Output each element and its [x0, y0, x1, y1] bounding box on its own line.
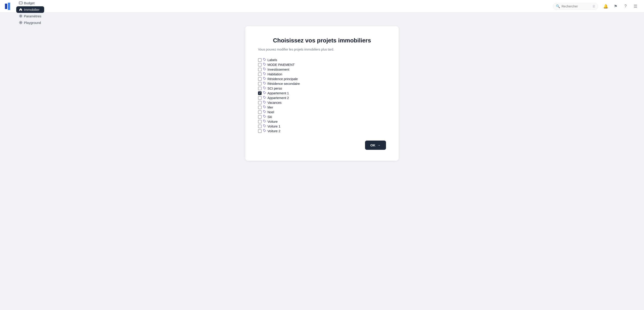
budget-icon — [19, 1, 22, 5]
nav-item-budget[interactable]: Budget — [16, 0, 44, 6]
card-footer: OK → — [258, 140, 386, 150]
svg-point-26 — [264, 125, 264, 125]
tree-item-label-investissement: Investissement — [268, 68, 289, 71]
tree-item-label-habitation: Habitation — [268, 72, 282, 76]
list-item: Labels — [258, 58, 386, 62]
checkbox-sci_perso[interactable] — [258, 87, 262, 90]
tree-item-label-voiture_1: Voiture 1 — [268, 124, 280, 128]
checkbox-appartement_2[interactable] — [258, 96, 262, 100]
list-item: Mer — [258, 105, 386, 110]
tag-icon-residence_principale — [263, 77, 266, 81]
svg-point-22 — [264, 106, 264, 106]
help-button[interactable]: ? — [622, 2, 630, 10]
tree-row-appartement_2[interactable]: Appartement 2 — [258, 96, 386, 100]
tree-row-labels[interactable]: Labels — [258, 58, 386, 62]
tag-icon-labels — [263, 58, 266, 62]
tree-row-ski[interactable]: Ski — [258, 115, 386, 119]
tree-row-residence_principale[interactable]: Résidence principale — [258, 77, 386, 81]
checkbox-residence_secondaire[interactable] — [258, 82, 262, 85]
card-subtitle: Vous pouvez modifier les projets immobil… — [258, 48, 386, 51]
tag-icon-appartement_2 — [263, 96, 266, 100]
checkbox-habitation[interactable] — [258, 72, 262, 76]
tree-row-voiture_1[interactable]: Voiture 1 — [258, 124, 386, 128]
search-icon: 🔍 — [556, 4, 560, 8]
ok-label: OK — [370, 143, 376, 147]
tag-icon-ski — [263, 115, 266, 119]
tree-row-vacances[interactable]: Vacances — [258, 101, 386, 104]
notifications-button[interactable]: 🔔 — [602, 2, 610, 10]
main-content: Choisissez vos projets immobiliers Vous … — [0, 13, 644, 174]
tree-row-voiture[interactable]: Voiture — [258, 120, 386, 123]
search-slash-badge: / — [592, 5, 595, 8]
nav-item-playground[interactable]: Playground — [16, 19, 44, 26]
list-item: Voiture 2 — [258, 129, 386, 133]
checkbox-mode_paiement[interactable] — [258, 63, 262, 67]
svg-point-21 — [264, 101, 264, 102]
immobilier-icon — [19, 8, 22, 11]
tree-row-investissement[interactable]: Investissement — [258, 67, 386, 71]
menu-button[interactable]: ☰ — [632, 2, 640, 10]
search-bar[interactable]: 🔍 / — [553, 3, 598, 10]
checkbox-labels[interactable] — [258, 58, 262, 62]
tree-row-habitation[interactable]: Habitation — [258, 72, 386, 76]
checkbox-appartement_1[interactable] — [258, 91, 262, 95]
tag-icon-voiture_1 — [263, 124, 266, 128]
svg-point-13 — [264, 63, 264, 64]
tree-row-residence_secondaire[interactable]: Résidence secondaire — [258, 82, 386, 85]
svg-rect-1 — [8, 3, 10, 10]
nav-item-immobilier[interactable]: Immobilier — [16, 6, 44, 13]
search-input[interactable] — [562, 5, 591, 8]
list-item: Résidence secondaire — [258, 81, 386, 86]
svg-point-12 — [264, 59, 264, 59]
checkbox-voiture[interactable] — [258, 120, 262, 123]
ok-button[interactable]: OK → — [365, 140, 386, 150]
tag-icon-noel — [263, 110, 266, 114]
tree-item-label-labels: Labels — [268, 58, 277, 62]
tree-item-label-sci_perso: SCI perso — [268, 87, 282, 90]
checkbox-noel[interactable] — [258, 110, 262, 114]
tree-row-noel[interactable]: Noel — [258, 110, 386, 114]
checkbox-mer[interactable] — [258, 106, 262, 109]
svg-point-10 — [20, 16, 22, 17]
svg-point-17 — [264, 82, 264, 83]
svg-point-27 — [264, 130, 264, 130]
project-card: Choisissez vos projets immobiliers Vous … — [246, 26, 398, 161]
svg-point-19 — [264, 92, 264, 92]
playground-icon — [19, 21, 22, 24]
tree-item-label-voiture: Voiture — [268, 120, 278, 123]
ok-arrow-icon: → — [377, 143, 380, 147]
list-item: Voiture 1 — [258, 124, 386, 129]
tree-item-label-noel: Noel — [268, 110, 274, 114]
tag-icon-vacances — [263, 101, 266, 104]
nav-item-label: Budget — [24, 1, 35, 5]
flag-button[interactable]: ⚑ — [612, 2, 620, 10]
tag-icon-voiture — [263, 120, 266, 123]
checkbox-investissement[interactable] — [258, 68, 262, 71]
logo — [4, 2, 12, 10]
checkbox-ski[interactable] — [258, 115, 262, 119]
tree-item-label-residence_principale: Résidence principale — [268, 77, 298, 81]
nav-item-parametres[interactable]: Paramètres — [16, 13, 44, 19]
svg-point-18 — [264, 87, 264, 88]
tree-item-label-mer: Mer — [268, 106, 273, 109]
svg-point-14 — [264, 68, 264, 69]
list-item: Appartement 2 — [258, 95, 386, 100]
nav-item-label: Playground — [24, 21, 41, 25]
checkbox-vacances[interactable] — [258, 101, 262, 104]
tree-item-label-vacances: Vacances — [268, 101, 282, 104]
tree-row-sci_perso[interactable]: SCI perso — [258, 86, 386, 90]
tree-row-mer[interactable]: Mer — [258, 105, 386, 109]
tree-row-appartement_1[interactable]: Appartement 1 — [258, 91, 386, 95]
list-item: Voiture — [258, 119, 386, 124]
tree-row-mode_paiement[interactable]: MODE PAIEMENT — [258, 63, 386, 67]
checkbox-residence_principale[interactable] — [258, 77, 262, 81]
tree-item-label-appartement_2: Appartement 2 — [268, 96, 289, 100]
svg-point-11 — [20, 22, 22, 23]
tag-icon-mer — [263, 105, 266, 109]
checkbox-voiture_2[interactable] — [258, 129, 262, 133]
svg-point-23 — [264, 111, 264, 111]
list-item: Résidence principale — [258, 76, 386, 81]
tag-icon-residence_secondaire — [263, 82, 266, 85]
checkbox-voiture_1[interactable] — [258, 124, 262, 128]
tree-row-voiture_2[interactable]: Voiture 2 — [258, 129, 386, 133]
